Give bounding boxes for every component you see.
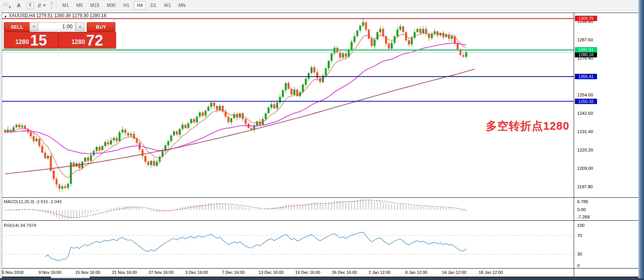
tab-timeframe-w1[interactable]: W1 bbox=[161, 1, 174, 10]
time-axis-label: 19 Dec 16:00 bbox=[295, 270, 320, 275]
rsi-scale-label: 70 bbox=[577, 233, 582, 238]
tab-timeframe-d1[interactable]: D1 bbox=[147, 1, 159, 10]
toolbar-separator bbox=[56, 1, 57, 10]
rsi-scale-label: 30 bbox=[577, 252, 582, 256]
rsi-indicator-canvas[interactable] bbox=[2, 221, 574, 268]
price-axis-border bbox=[574, 13, 574, 277]
scrollbar-thumb[interactable] bbox=[51, 277, 90, 278]
rsi-scale-label: 0 bbox=[577, 263, 579, 268]
price-tick: 1220.20 bbox=[577, 148, 604, 153]
macd-panel-bottom-border[interactable] bbox=[2, 220, 638, 221]
price-tick: 1231.40 bbox=[577, 129, 604, 135]
buy-price-main: 1280 bbox=[71, 39, 85, 46]
price-tick: 1287.60 bbox=[577, 37, 604, 43]
time-axis-label: 2 Jan 12:00 bbox=[369, 270, 391, 275]
chart-annotation-text: 多空转折点1280 bbox=[486, 119, 570, 134]
volume-input[interactable] bbox=[38, 22, 75, 30]
volume-decrease-button[interactable]: ▼ bbox=[29, 22, 38, 31]
green-level-price-badge: 1281.61 bbox=[575, 47, 597, 52]
toolbar: F A T ⇵ M1 M5 M15 M30 H1 H4 D1 W1 MN bbox=[0, 0, 638, 11]
rsi-panel-bottom-border bbox=[2, 268, 638, 269]
templates-grid-icon[interactable]: F bbox=[2, 1, 12, 10]
time-axis-label: 18 Jan 12:00 bbox=[479, 270, 503, 275]
tab-timeframe-h4[interactable]: H4 bbox=[134, 1, 146, 10]
arrow-up-icon: ▲ bbox=[79, 25, 82, 28]
symbol-marker-icon: ▲ bbox=[4, 14, 7, 18]
macd-scale-label: 0.00 bbox=[577, 207, 586, 212]
price-tick: 1242.60 bbox=[577, 111, 604, 116]
toolbar-grip[interactable] bbox=[51, 2, 52, 9]
sell-price-pips: 15 bbox=[30, 32, 47, 48]
grid-f-glyph: F bbox=[3, 2, 11, 8]
arrows-objects-icon[interactable]: ⇵ bbox=[37, 1, 47, 10]
time-axis-label: 9 Nov 16:00 bbox=[39, 270, 61, 275]
tab-timeframe-h1[interactable]: H1 bbox=[120, 1, 132, 10]
window-bottom-border bbox=[0, 278, 644, 280]
price-tick: 1209.00 bbox=[577, 166, 604, 171]
horizontal-scrollbar[interactable] bbox=[2, 277, 638, 278]
one-click-trading-panel: SELL ▼ ▲ BUY 128015 128072 bbox=[3, 21, 116, 49]
time-axis-label: 15 Nov 16:00 bbox=[75, 270, 100, 275]
blue-level-price-badge: 1250.32 bbox=[575, 99, 597, 104]
rsi-scale-label: 100 bbox=[577, 223, 584, 228]
macd-scale-label: -7.268 bbox=[577, 215, 590, 219]
macd-scale-label: 6.785 bbox=[577, 199, 588, 204]
sell-price-main: 1280 bbox=[15, 39, 29, 46]
buy-price-display[interactable]: 128072 bbox=[58, 32, 116, 49]
arrow-down-icon: ▼ bbox=[32, 25, 36, 28]
sell-price-display[interactable]: 128015 bbox=[4, 32, 58, 49]
window-right-border bbox=[638, 0, 644, 280]
rsi-label: RSI(14) 34.7974 bbox=[4, 223, 36, 228]
buy-button[interactable]: BUY bbox=[87, 22, 115, 32]
tab-timeframe-m15[interactable]: M15 bbox=[87, 1, 102, 10]
resistance-price-badge: 1300.79 bbox=[575, 16, 597, 21]
sell-button[interactable]: SELL bbox=[4, 22, 30, 32]
macd-indicator-canvas[interactable] bbox=[2, 198, 574, 220]
time-axis-label: 8 Jan 12:00 bbox=[405, 270, 427, 275]
text-label-icon[interactable]: A bbox=[14, 1, 24, 10]
macd-label: MACD(12,26,9) -2.915 -2.043 bbox=[4, 199, 62, 204]
time-axis-label: 13 Dec 16:00 bbox=[259, 270, 283, 275]
time-axis-label: 14 Jan 12:00 bbox=[442, 270, 466, 275]
time-axis-label: 7 Dec 16:00 bbox=[222, 270, 244, 275]
time-axis-label: 26 Dec 16:00 bbox=[332, 270, 357, 275]
tab-timeframe-mn[interactable]: MN bbox=[175, 1, 189, 10]
symbol-ohlc-text: XAUUSD,H4 1279.51 1280.39 1279.30 1280.1… bbox=[9, 13, 107, 18]
main-panel-bottom-border[interactable] bbox=[2, 197, 638, 198]
price-tick: 1197.80 bbox=[577, 184, 604, 190]
text-tool-icon[interactable]: T bbox=[25, 1, 35, 10]
tab-timeframe-m5[interactable]: M5 bbox=[73, 1, 86, 10]
tab-timeframe-m30[interactable]: M30 bbox=[104, 1, 119, 10]
current-price-badge: 1280.16 bbox=[575, 52, 597, 57]
symbol-header: ▲XAUUSD,H4 1279.51 1280.39 1279.30 1280.… bbox=[4, 13, 106, 18]
time-axis-label: 21 Nov 16:00 bbox=[112, 270, 137, 275]
time-axis-label: 27 Nov 16:00 bbox=[149, 270, 173, 275]
price-tick: 1254.00 bbox=[577, 93, 604, 98]
buy-price-pips: 72 bbox=[86, 32, 104, 48]
time-axis-label: 3 Dec 16:00 bbox=[185, 270, 208, 275]
volume-increase-button[interactable]: ▲ bbox=[76, 22, 84, 31]
dropdown-caret-icon bbox=[43, 5, 46, 7]
tab-timeframe-m1[interactable]: M1 bbox=[59, 1, 72, 10]
blue-level-price-badge: 1265.41 bbox=[575, 74, 597, 79]
time-axis-label: 5 Nov 2018 bbox=[2, 270, 23, 275]
